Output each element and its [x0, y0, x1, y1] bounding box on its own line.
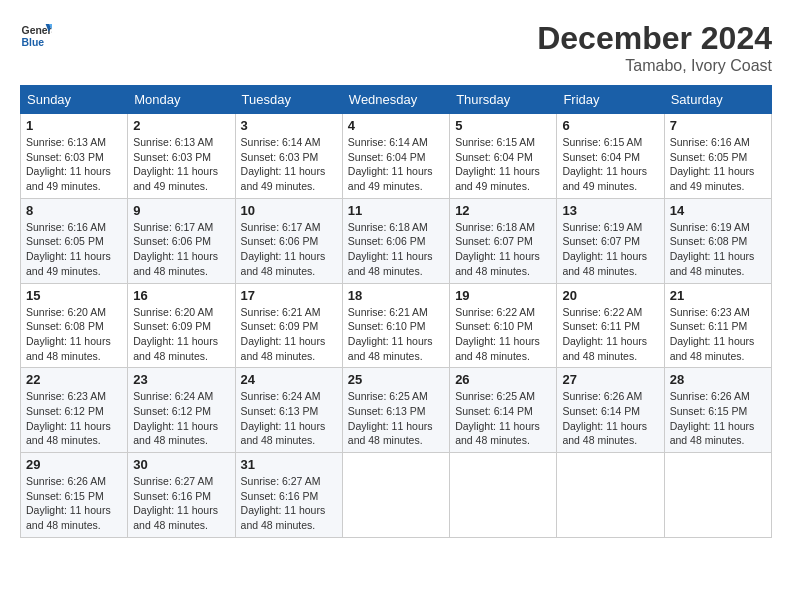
- day-number: 23: [133, 372, 229, 387]
- day-info: Sunrise: 6:15 AMSunset: 6:04 PMDaylight:…: [455, 135, 551, 194]
- calendar-cell: 1Sunrise: 6:13 AMSunset: 6:03 PMDaylight…: [21, 114, 128, 199]
- calendar-cell: [450, 453, 557, 538]
- calendar-cell: 17Sunrise: 6:21 AMSunset: 6:09 PMDayligh…: [235, 283, 342, 368]
- day-number: 27: [562, 372, 658, 387]
- calendar-day-header: Friday: [557, 86, 664, 114]
- calendar-week-row: 22Sunrise: 6:23 AMSunset: 6:12 PMDayligh…: [21, 368, 772, 453]
- day-info: Sunrise: 6:22 AMSunset: 6:11 PMDaylight:…: [562, 305, 658, 364]
- day-number: 10: [241, 203, 337, 218]
- day-info: Sunrise: 6:19 AMSunset: 6:08 PMDaylight:…: [670, 220, 766, 279]
- logo-icon: General Blue: [20, 20, 52, 52]
- day-number: 12: [455, 203, 551, 218]
- day-number: 7: [670, 118, 766, 133]
- calendar-cell: 22Sunrise: 6:23 AMSunset: 6:12 PMDayligh…: [21, 368, 128, 453]
- day-number: 17: [241, 288, 337, 303]
- day-number: 29: [26, 457, 122, 472]
- day-info: Sunrise: 6:24 AMSunset: 6:13 PMDaylight:…: [241, 389, 337, 448]
- day-info: Sunrise: 6:25 AMSunset: 6:13 PMDaylight:…: [348, 389, 444, 448]
- calendar-cell: 6Sunrise: 6:15 AMSunset: 6:04 PMDaylight…: [557, 114, 664, 199]
- calendar-cell: 10Sunrise: 6:17 AMSunset: 6:06 PMDayligh…: [235, 198, 342, 283]
- calendar-cell: 19Sunrise: 6:22 AMSunset: 6:10 PMDayligh…: [450, 283, 557, 368]
- calendar-table: SundayMondayTuesdayWednesdayThursdayFrid…: [20, 85, 772, 538]
- calendar-day-header: Sunday: [21, 86, 128, 114]
- calendar-week-row: 1Sunrise: 6:13 AMSunset: 6:03 PMDaylight…: [21, 114, 772, 199]
- calendar-cell: 25Sunrise: 6:25 AMSunset: 6:13 PMDayligh…: [342, 368, 449, 453]
- day-number: 3: [241, 118, 337, 133]
- day-info: Sunrise: 6:22 AMSunset: 6:10 PMDaylight:…: [455, 305, 551, 364]
- calendar-cell: [664, 453, 771, 538]
- calendar-day-header: Tuesday: [235, 86, 342, 114]
- day-number: 20: [562, 288, 658, 303]
- day-info: Sunrise: 6:17 AMSunset: 6:06 PMDaylight:…: [133, 220, 229, 279]
- day-number: 9: [133, 203, 229, 218]
- day-info: Sunrise: 6:21 AMSunset: 6:10 PMDaylight:…: [348, 305, 444, 364]
- calendar-header-row: SundayMondayTuesdayWednesdayThursdayFrid…: [21, 86, 772, 114]
- day-number: 15: [26, 288, 122, 303]
- calendar-cell: 3Sunrise: 6:14 AMSunset: 6:03 PMDaylight…: [235, 114, 342, 199]
- day-number: 14: [670, 203, 766, 218]
- day-number: 31: [241, 457, 337, 472]
- calendar-cell: 21Sunrise: 6:23 AMSunset: 6:11 PMDayligh…: [664, 283, 771, 368]
- calendar-cell: 4Sunrise: 6:14 AMSunset: 6:04 PMDaylight…: [342, 114, 449, 199]
- day-info: Sunrise: 6:16 AMSunset: 6:05 PMDaylight:…: [670, 135, 766, 194]
- day-number: 19: [455, 288, 551, 303]
- day-number: 18: [348, 288, 444, 303]
- day-info: Sunrise: 6:25 AMSunset: 6:14 PMDaylight:…: [455, 389, 551, 448]
- logo: General Blue: [20, 20, 52, 52]
- calendar-cell: 8Sunrise: 6:16 AMSunset: 6:05 PMDaylight…: [21, 198, 128, 283]
- day-info: Sunrise: 6:27 AMSunset: 6:16 PMDaylight:…: [133, 474, 229, 533]
- day-number: 16: [133, 288, 229, 303]
- day-info: Sunrise: 6:13 AMSunset: 6:03 PMDaylight:…: [133, 135, 229, 194]
- day-info: Sunrise: 6:15 AMSunset: 6:04 PMDaylight:…: [562, 135, 658, 194]
- day-info: Sunrise: 6:16 AMSunset: 6:05 PMDaylight:…: [26, 220, 122, 279]
- month-year: December 2024: [537, 20, 772, 57]
- calendar-cell: 16Sunrise: 6:20 AMSunset: 6:09 PMDayligh…: [128, 283, 235, 368]
- day-number: 28: [670, 372, 766, 387]
- day-number: 24: [241, 372, 337, 387]
- calendar-week-row: 15Sunrise: 6:20 AMSunset: 6:08 PMDayligh…: [21, 283, 772, 368]
- day-info: Sunrise: 6:23 AMSunset: 6:11 PMDaylight:…: [670, 305, 766, 364]
- calendar-cell: [557, 453, 664, 538]
- calendar-cell: 14Sunrise: 6:19 AMSunset: 6:08 PMDayligh…: [664, 198, 771, 283]
- calendar-cell: 28Sunrise: 6:26 AMSunset: 6:15 PMDayligh…: [664, 368, 771, 453]
- day-number: 30: [133, 457, 229, 472]
- day-number: 8: [26, 203, 122, 218]
- calendar-week-row: 29Sunrise: 6:26 AMSunset: 6:15 PMDayligh…: [21, 453, 772, 538]
- calendar-cell: [342, 453, 449, 538]
- day-number: 11: [348, 203, 444, 218]
- calendar-cell: 5Sunrise: 6:15 AMSunset: 6:04 PMDaylight…: [450, 114, 557, 199]
- calendar-day-header: Saturday: [664, 86, 771, 114]
- calendar-cell: 2Sunrise: 6:13 AMSunset: 6:03 PMDaylight…: [128, 114, 235, 199]
- day-info: Sunrise: 6:18 AMSunset: 6:07 PMDaylight:…: [455, 220, 551, 279]
- day-info: Sunrise: 6:13 AMSunset: 6:03 PMDaylight:…: [26, 135, 122, 194]
- day-number: 22: [26, 372, 122, 387]
- calendar-cell: 11Sunrise: 6:18 AMSunset: 6:06 PMDayligh…: [342, 198, 449, 283]
- day-info: Sunrise: 6:26 AMSunset: 6:15 PMDaylight:…: [26, 474, 122, 533]
- day-info: Sunrise: 6:14 AMSunset: 6:04 PMDaylight:…: [348, 135, 444, 194]
- day-info: Sunrise: 6:18 AMSunset: 6:06 PMDaylight:…: [348, 220, 444, 279]
- calendar-week-row: 8Sunrise: 6:16 AMSunset: 6:05 PMDaylight…: [21, 198, 772, 283]
- calendar-day-header: Wednesday: [342, 86, 449, 114]
- calendar-cell: 7Sunrise: 6:16 AMSunset: 6:05 PMDaylight…: [664, 114, 771, 199]
- day-info: Sunrise: 6:17 AMSunset: 6:06 PMDaylight:…: [241, 220, 337, 279]
- day-info: Sunrise: 6:20 AMSunset: 6:09 PMDaylight:…: [133, 305, 229, 364]
- day-number: 4: [348, 118, 444, 133]
- day-number: 6: [562, 118, 658, 133]
- calendar-cell: 20Sunrise: 6:22 AMSunset: 6:11 PMDayligh…: [557, 283, 664, 368]
- calendar-cell: 15Sunrise: 6:20 AMSunset: 6:08 PMDayligh…: [21, 283, 128, 368]
- calendar-cell: 9Sunrise: 6:17 AMSunset: 6:06 PMDaylight…: [128, 198, 235, 283]
- calendar-day-header: Monday: [128, 86, 235, 114]
- calendar-cell: 26Sunrise: 6:25 AMSunset: 6:14 PMDayligh…: [450, 368, 557, 453]
- day-info: Sunrise: 6:20 AMSunset: 6:08 PMDaylight:…: [26, 305, 122, 364]
- page-header: General Blue December 2024 Tamabo, Ivory…: [20, 20, 772, 75]
- calendar-cell: 12Sunrise: 6:18 AMSunset: 6:07 PMDayligh…: [450, 198, 557, 283]
- calendar-cell: 24Sunrise: 6:24 AMSunset: 6:13 PMDayligh…: [235, 368, 342, 453]
- day-info: Sunrise: 6:21 AMSunset: 6:09 PMDaylight:…: [241, 305, 337, 364]
- day-number: 2: [133, 118, 229, 133]
- title-area: December 2024 Tamabo, Ivory Coast: [537, 20, 772, 75]
- calendar-cell: 31Sunrise: 6:27 AMSunset: 6:16 PMDayligh…: [235, 453, 342, 538]
- calendar-cell: 29Sunrise: 6:26 AMSunset: 6:15 PMDayligh…: [21, 453, 128, 538]
- day-number: 21: [670, 288, 766, 303]
- day-info: Sunrise: 6:19 AMSunset: 6:07 PMDaylight:…: [562, 220, 658, 279]
- calendar-cell: 18Sunrise: 6:21 AMSunset: 6:10 PMDayligh…: [342, 283, 449, 368]
